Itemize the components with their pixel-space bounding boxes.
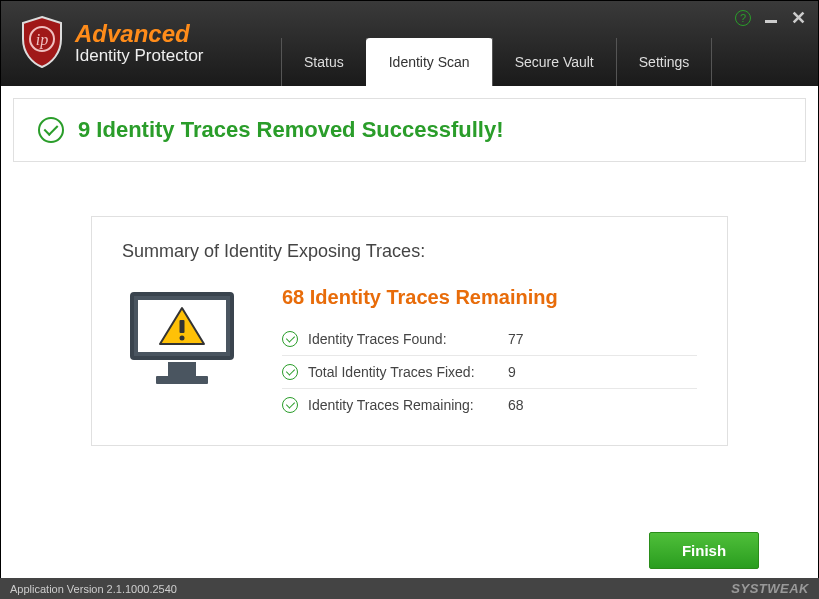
version-text: Application Version 2.1.1000.2540 [10, 583, 177, 595]
remaining-headline: 68 Identity Traces Remaining [282, 286, 697, 309]
svg-rect-5 [156, 376, 208, 384]
window-controls: ? ✕ [735, 9, 806, 27]
bottom-bar: Application Version 2.1.1000.2540 SYSTWE… [0, 578, 819, 599]
brand-text: Advanced Identity Protector [75, 21, 204, 66]
stat-label: Identity Traces Remaining: [308, 397, 498, 413]
close-icon[interactable]: ✕ [791, 9, 806, 27]
summary-card: Summary of Identity Exposing Traces: 68 … [91, 216, 728, 446]
check-icon [282, 331, 298, 347]
brand-main: Advanced [75, 21, 204, 47]
minimize-icon[interactable] [765, 20, 777, 23]
stat-value: 9 [508, 364, 516, 380]
vendor-logo: SYSTWEAK [731, 581, 809, 596]
tab-secure-vault[interactable]: Secure Vault [492, 38, 617, 86]
stat-label: Total Identity Traces Fixed: [308, 364, 498, 380]
tab-status[interactable]: Status [281, 38, 367, 86]
check-icon [282, 397, 298, 413]
nav-tabs: Status Identity Scan Secure Vault Settin… [281, 38, 711, 86]
brand-sub: Identity Protector [75, 47, 204, 66]
stat-value: 68 [508, 397, 524, 413]
stat-row-fixed: Total Identity Traces Fixed: 9 [282, 356, 697, 389]
monitor-warning-icon [122, 286, 242, 421]
stat-row-remaining: Identity Traces Remaining: 68 [282, 389, 697, 421]
svg-point-7 [180, 336, 185, 341]
svg-rect-6 [180, 320, 185, 333]
footer-action-area: Finish [649, 532, 759, 569]
finish-button[interactable]: Finish [649, 532, 759, 569]
tab-identity-scan[interactable]: Identity Scan [366, 38, 493, 86]
status-message: 9 Identity Traces Removed Successfully! [78, 117, 504, 143]
summary-data: 68 Identity Traces Remaining Identity Tr… [282, 286, 697, 421]
stat-label: Identity Traces Found: [308, 331, 498, 347]
svg-text:ip: ip [36, 31, 48, 49]
status-banner: 9 Identity Traces Removed Successfully! [13, 98, 806, 162]
brand-area: ip Advanced Identity Protector [1, 15, 222, 73]
shield-logo-icon: ip [19, 15, 65, 73]
svg-rect-4 [168, 362, 196, 376]
summary-body: 68 Identity Traces Remaining Identity Tr… [122, 286, 697, 421]
help-icon[interactable]: ? [735, 10, 751, 26]
summary-title: Summary of Identity Exposing Traces: [122, 241, 697, 262]
tab-settings[interactable]: Settings [616, 38, 713, 86]
check-icon [282, 364, 298, 380]
stat-row-found: Identity Traces Found: 77 [282, 323, 697, 356]
stat-value: 77 [508, 331, 524, 347]
check-circle-icon [38, 117, 64, 143]
app-header: ip Advanced Identity Protector Status Id… [1, 1, 818, 86]
